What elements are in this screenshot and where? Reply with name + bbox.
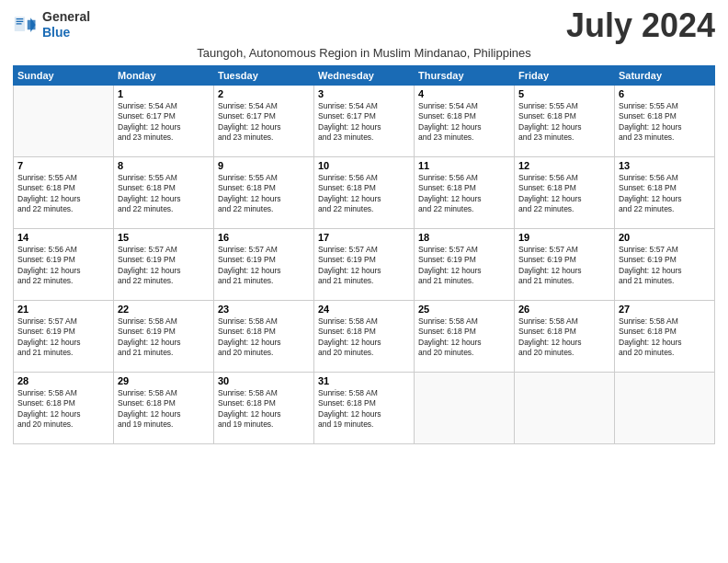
day-info: Sunrise: 5:57 AMSunset: 6:19 PMDaylight:… <box>118 245 210 287</box>
day-info: Sunrise: 5:54 AMSunset: 6:18 PMDaylight:… <box>418 101 510 144</box>
day-number: 21 <box>17 304 109 315</box>
col-wednesday: Wednesday <box>314 66 415 86</box>
day-info: Sunrise: 5:56 AMSunset: 6:18 PMDaylight:… <box>318 173 410 215</box>
day-number: 20 <box>619 232 711 243</box>
calendar-cell: 20Sunrise: 5:57 AMSunset: 6:19 PMDayligh… <box>615 229 715 301</box>
svg-rect-4 <box>17 23 22 24</box>
col-thursday: Thursday <box>415 66 515 86</box>
day-number: 17 <box>318 232 410 243</box>
calendar-cell: 18Sunrise: 5:57 AMSunset: 6:19 PMDayligh… <box>415 229 515 301</box>
day-number: 9 <box>218 160 310 171</box>
calendar-cell: 17Sunrise: 5:57 AMSunset: 6:19 PMDayligh… <box>314 229 415 301</box>
day-info: Sunrise: 5:57 AMSunset: 6:19 PMDaylight:… <box>418 245 510 287</box>
day-number: 27 <box>619 304 711 315</box>
calendar-cell: 4Sunrise: 5:54 AMSunset: 6:18 PMDaylight… <box>415 86 515 157</box>
day-info: Sunrise: 5:58 AMSunset: 6:18 PMDaylight:… <box>218 316 310 359</box>
day-info: Sunrise: 5:57 AMSunset: 6:19 PMDaylight:… <box>518 245 610 287</box>
day-info: Sunrise: 5:54 AMSunset: 6:17 PMDaylight:… <box>218 101 310 144</box>
day-number: 18 <box>418 232 510 243</box>
calendar-cell: 1Sunrise: 5:54 AMSunset: 6:17 PMDaylight… <box>114 86 214 157</box>
svg-rect-3 <box>17 20 24 21</box>
calendar-cell: 24Sunrise: 5:58 AMSunset: 6:18 PMDayligh… <box>314 301 415 373</box>
day-info: Sunrise: 5:58 AMSunset: 6:18 PMDaylight:… <box>619 316 711 359</box>
day-number: 10 <box>318 160 410 171</box>
calendar-cell: 15Sunrise: 5:57 AMSunset: 6:19 PMDayligh… <box>114 229 214 301</box>
calendar-cell: 9Sunrise: 5:55 AMSunset: 6:18 PMDaylight… <box>214 157 314 229</box>
calendar-cell: 30Sunrise: 5:58 AMSunset: 6:18 PMDayligh… <box>214 373 314 444</box>
calendar-cell <box>14 86 114 157</box>
calendar-table: Sunday Monday Tuesday Wednesday Thursday… <box>13 65 715 444</box>
day-info: Sunrise: 5:54 AMSunset: 6:17 PMDaylight:… <box>118 101 210 144</box>
title-section: July 2024 <box>566 9 715 42</box>
day-number: 15 <box>118 232 210 243</box>
page: General Blue July 2024 Taungoh, Autonomo… <box>0 0 728 563</box>
calendar-cell: 16Sunrise: 5:57 AMSunset: 6:19 PMDayligh… <box>214 229 314 301</box>
day-info: Sunrise: 5:57 AMSunset: 6:19 PMDaylight:… <box>218 245 310 287</box>
generalblue-logo-icon <box>13 12 39 38</box>
calendar-cell <box>615 373 715 444</box>
logo-text: General Blue <box>42 9 90 40</box>
day-info: Sunrise: 5:55 AMSunset: 6:18 PMDaylight:… <box>619 101 711 144</box>
calendar-week-2: 7Sunrise: 5:55 AMSunset: 6:18 PMDaylight… <box>14 157 715 229</box>
day-info: Sunrise: 5:58 AMSunset: 6:18 PMDaylight:… <box>418 316 510 359</box>
day-number: 19 <box>518 232 610 243</box>
calendar-cell: 14Sunrise: 5:56 AMSunset: 6:19 PMDayligh… <box>14 229 114 301</box>
calendar-week-4: 21Sunrise: 5:57 AMSunset: 6:19 PMDayligh… <box>14 301 715 373</box>
day-info: Sunrise: 5:55 AMSunset: 6:18 PMDaylight:… <box>17 173 109 215</box>
calendar-cell: 31Sunrise: 5:58 AMSunset: 6:18 PMDayligh… <box>314 373 415 444</box>
day-number: 8 <box>118 160 210 171</box>
calendar-cell: 3Sunrise: 5:54 AMSunset: 6:17 PMDaylight… <box>314 86 415 157</box>
day-info: Sunrise: 5:58 AMSunset: 6:18 PMDaylight:… <box>17 388 109 431</box>
day-info: Sunrise: 5:58 AMSunset: 6:18 PMDaylight:… <box>518 316 610 359</box>
calendar-body: 1Sunrise: 5:54 AMSunset: 6:17 PMDaylight… <box>14 86 715 444</box>
calendar-cell: 29Sunrise: 5:58 AMSunset: 6:18 PMDayligh… <box>114 373 214 444</box>
calendar-cell: 6Sunrise: 5:55 AMSunset: 6:18 PMDaylight… <box>615 86 715 157</box>
day-info: Sunrise: 5:58 AMSunset: 6:19 PMDaylight:… <box>118 316 210 359</box>
day-number: 3 <box>318 88 410 99</box>
calendar-cell: 26Sunrise: 5:58 AMSunset: 6:18 PMDayligh… <box>515 301 615 373</box>
day-number: 14 <box>17 232 109 243</box>
calendar-cell: 10Sunrise: 5:56 AMSunset: 6:18 PMDayligh… <box>314 157 415 229</box>
col-saturday: Saturday <box>615 66 715 86</box>
day-number: 23 <box>218 304 310 315</box>
calendar-week-5: 28Sunrise: 5:58 AMSunset: 6:18 PMDayligh… <box>14 373 715 444</box>
day-number: 12 <box>518 160 610 171</box>
col-tuesday: Tuesday <box>214 66 314 86</box>
calendar-cell: 7Sunrise: 5:55 AMSunset: 6:18 PMDaylight… <box>14 157 114 229</box>
day-info: Sunrise: 5:58 AMSunset: 6:18 PMDaylight:… <box>118 388 210 431</box>
header-row: Sunday Monday Tuesday Wednesday Thursday… <box>14 66 715 86</box>
location-text: Taungoh, Autonomous Region in Muslim Min… <box>13 46 715 60</box>
day-info: Sunrise: 5:56 AMSunset: 6:18 PMDaylight:… <box>418 173 510 215</box>
calendar-cell: 11Sunrise: 5:56 AMSunset: 6:18 PMDayligh… <box>415 157 515 229</box>
calendar-cell: 27Sunrise: 5:58 AMSunset: 6:18 PMDayligh… <box>615 301 715 373</box>
day-number: 22 <box>118 304 210 315</box>
day-info: Sunrise: 5:57 AMSunset: 6:19 PMDaylight:… <box>318 245 410 287</box>
svg-marker-6 <box>30 17 35 32</box>
calendar-cell: 28Sunrise: 5:58 AMSunset: 6:18 PMDayligh… <box>14 373 114 444</box>
calendar-cell: 19Sunrise: 5:57 AMSunset: 6:19 PMDayligh… <box>515 229 615 301</box>
day-number: 16 <box>218 232 310 243</box>
calendar-week-1: 1Sunrise: 5:54 AMSunset: 6:17 PMDaylight… <box>14 86 715 157</box>
calendar-cell: 25Sunrise: 5:58 AMSunset: 6:18 PMDayligh… <box>415 301 515 373</box>
day-info: Sunrise: 5:56 AMSunset: 6:18 PMDaylight:… <box>619 173 711 215</box>
calendar-cell: 2Sunrise: 5:54 AMSunset: 6:17 PMDaylight… <box>214 86 314 157</box>
col-sunday: Sunday <box>14 66 114 86</box>
day-number: 26 <box>518 304 610 315</box>
day-info: Sunrise: 5:57 AMSunset: 6:19 PMDaylight:… <box>619 245 711 287</box>
day-info: Sunrise: 5:56 AMSunset: 6:18 PMDaylight:… <box>518 173 610 215</box>
calendar-cell: 22Sunrise: 5:58 AMSunset: 6:19 PMDayligh… <box>114 301 214 373</box>
header: General Blue July 2024 <box>13 9 715 42</box>
day-info: Sunrise: 5:58 AMSunset: 6:18 PMDaylight:… <box>318 388 410 431</box>
calendar-cell: 12Sunrise: 5:56 AMSunset: 6:18 PMDayligh… <box>515 157 615 229</box>
calendar-cell <box>415 373 515 444</box>
col-monday: Monday <box>114 66 214 86</box>
calendar-header: Sunday Monday Tuesday Wednesday Thursday… <box>14 66 715 86</box>
day-number: 1 <box>118 88 210 99</box>
logo-line2: Blue <box>42 25 70 40</box>
day-info: Sunrise: 5:57 AMSunset: 6:19 PMDaylight:… <box>17 316 109 359</box>
day-number: 6 <box>619 88 711 99</box>
day-info: Sunrise: 5:56 AMSunset: 6:19 PMDaylight:… <box>17 245 109 287</box>
day-number: 24 <box>318 304 410 315</box>
day-number: 11 <box>418 160 510 171</box>
logo: General Blue <box>13 9 90 40</box>
